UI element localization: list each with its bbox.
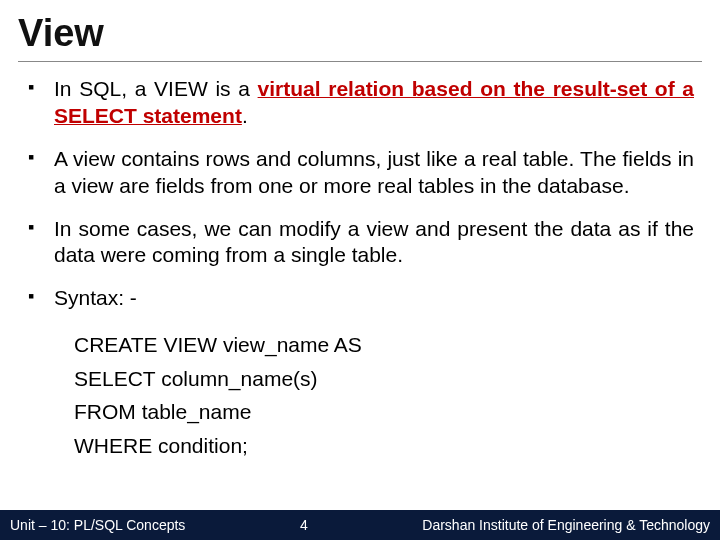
footer-page-number: 4 [185,517,422,533]
syntax-line-4: WHERE condition; [74,429,694,463]
slide: View In SQL, a VIEW is a virtual relatio… [0,0,720,540]
bullet-3-text: In some cases, we can modify a view and … [54,217,694,267]
bullet-1-post: . [242,104,248,127]
syntax-block: CREATE VIEW view_name AS SELECT column_n… [74,328,694,462]
syntax-line-3: FROM table_name [74,395,694,429]
footer-right: Darshan Institute of Engineering & Techn… [422,517,720,533]
syntax-line-1: CREATE VIEW view_name AS [74,328,694,362]
bullet-item-1: In SQL, a VIEW is a virtual relation bas… [26,76,694,130]
bullet-list: In SQL, a VIEW is a virtual relation bas… [26,76,694,312]
bullet-2-text: A view contains rows and columns, just l… [54,147,694,197]
slide-body: In SQL, a VIEW is a virtual relation bas… [18,76,702,463]
bullet-1-pre: In SQL, a VIEW is a [54,77,258,100]
bullet-4-text: Syntax: - [54,286,137,309]
bullet-item-3: In some cases, we can modify a view and … [26,216,694,270]
syntax-line-2: SELECT column_name(s) [74,362,694,396]
footer-left: Unit – 10: PL/SQL Concepts [0,517,185,533]
bullet-item-2: A view contains rows and columns, just l… [26,146,694,200]
slide-footer: Unit – 10: PL/SQL Concepts 4 Darshan Ins… [0,510,720,540]
bullet-item-4: Syntax: - [26,285,694,312]
page-title: View [18,12,702,62]
